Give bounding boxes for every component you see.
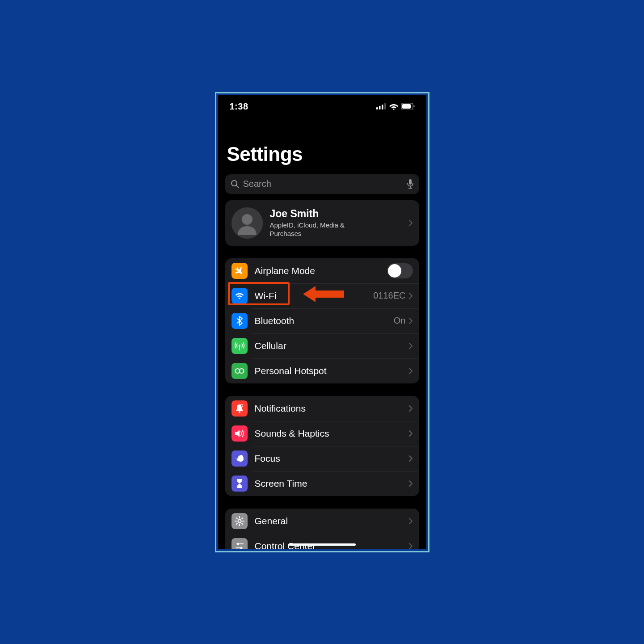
chevron-right-icon xyxy=(408,455,413,462)
chevron-right-icon xyxy=(408,367,413,375)
screentime-row[interactable]: Screen Time xyxy=(225,471,419,496)
hotspot-label: Personal Hotspot xyxy=(255,366,408,376)
page-title: Settings xyxy=(218,116,426,172)
svg-point-22 xyxy=(238,519,241,522)
profile-name: Joe Smith xyxy=(270,208,408,220)
bluetooth-icon xyxy=(232,313,248,329)
chevron-right-icon xyxy=(408,317,413,324)
profile-group: Joe Smith AppleID, iCloud, Media & Purch… xyxy=(225,200,419,246)
svg-line-8 xyxy=(236,185,239,188)
wifi-value: 0116EC xyxy=(373,290,405,301)
profile-subtitle: AppleID, iCloud, Media & Purchases xyxy=(270,221,355,238)
hotspot-icon xyxy=(232,363,248,379)
profile-text: Joe Smith AppleID, iCloud, Media & Purch… xyxy=(270,208,408,238)
chevron-right-icon xyxy=(408,292,413,299)
wifi-status-icon xyxy=(389,103,398,110)
cellular-signal-icon xyxy=(376,103,386,109)
svg-rect-2 xyxy=(382,105,383,109)
sounds-row[interactable]: Sounds & Haptics xyxy=(225,421,419,446)
notifications-row[interactable]: Notifications xyxy=(225,396,419,421)
tutorial-frame: 1:38 Settings Search Joe Smith AppleID, … xyxy=(215,92,429,552)
hotspot-row[interactable]: Personal Hotspot xyxy=(225,358,419,383)
airplane-mode-row[interactable]: Airplane Mode xyxy=(225,258,419,283)
svg-point-21 xyxy=(241,405,243,407)
focus-row[interactable]: Focus xyxy=(225,446,419,471)
svg-rect-1 xyxy=(379,106,381,109)
wifi-icon xyxy=(232,288,248,304)
general-icon xyxy=(232,513,248,529)
chevron-right-icon xyxy=(408,430,413,437)
sounds-icon xyxy=(232,425,248,442)
chevron-right-icon xyxy=(408,405,413,412)
svg-point-19 xyxy=(239,411,240,413)
cellular-label: Cellular xyxy=(255,341,408,351)
screentime-label: Screen Time xyxy=(255,478,408,489)
chevron-right-icon xyxy=(408,518,413,525)
chevron-right-icon xyxy=(408,342,413,349)
battery-icon xyxy=(401,103,415,109)
status-icons xyxy=(376,103,415,110)
focus-label: Focus xyxy=(255,453,408,464)
cellular-row[interactable]: Cellular xyxy=(225,333,419,358)
wifi-row[interactable]: Wi-Fi 0116EC xyxy=(225,283,419,308)
search-placeholder: Search xyxy=(243,179,403,189)
general-label: General xyxy=(255,516,408,526)
screentime-icon xyxy=(232,476,248,492)
avatar xyxy=(232,207,263,239)
alerts-group: Notifications Sounds & Haptics Focus Scr… xyxy=(225,396,419,496)
notifications-icon xyxy=(232,400,248,417)
svg-rect-6 xyxy=(413,105,414,108)
chevron-right-icon xyxy=(408,219,413,227)
svg-point-7 xyxy=(232,181,237,186)
phone-screen: 1:38 Settings Search Joe Smith AppleID, … xyxy=(218,95,426,549)
home-indicator[interactable] xyxy=(289,543,356,546)
profile-row[interactable]: Joe Smith AppleID, iCloud, Media & Purch… xyxy=(225,200,419,246)
bluetooth-row[interactable]: Bluetooth On xyxy=(225,308,419,333)
svg-point-13 xyxy=(242,214,253,225)
controlcenter-icon xyxy=(232,538,248,549)
search-icon xyxy=(231,180,240,189)
mic-icon[interactable] xyxy=(407,179,414,189)
bluetooth-value: On xyxy=(394,316,406,326)
focus-icon xyxy=(232,450,248,467)
svg-point-14 xyxy=(239,297,240,299)
status-bar: 1:38 xyxy=(218,95,426,116)
airplane-toggle[interactable] xyxy=(387,263,413,278)
search-bar[interactable]: Search xyxy=(225,174,419,194)
svg-point-23 xyxy=(236,543,239,545)
sounds-label: Sounds & Haptics xyxy=(255,428,408,439)
toggle-knob xyxy=(388,264,401,278)
svg-rect-3 xyxy=(384,103,386,109)
airplane-label: Airplane Mode xyxy=(255,265,387,276)
chevron-right-icon xyxy=(408,480,413,487)
notifications-label: Notifications xyxy=(255,403,408,414)
svg-point-25 xyxy=(240,547,242,549)
airplane-icon xyxy=(232,263,248,279)
status-time: 1:38 xyxy=(230,101,248,112)
controlcenter-row[interactable]: Control Center xyxy=(225,534,419,549)
general-row[interactable]: General xyxy=(225,509,419,534)
svg-rect-9 xyxy=(409,179,412,185)
wifi-label: Wi-Fi xyxy=(255,290,374,301)
chevron-right-icon xyxy=(408,543,413,549)
connectivity-group: Airplane Mode Wi-Fi 0116EC Bluetooth On xyxy=(225,258,419,383)
svg-rect-0 xyxy=(376,107,378,109)
bluetooth-label: Bluetooth xyxy=(255,316,394,326)
svg-rect-5 xyxy=(402,104,411,109)
cellular-icon xyxy=(232,338,248,354)
